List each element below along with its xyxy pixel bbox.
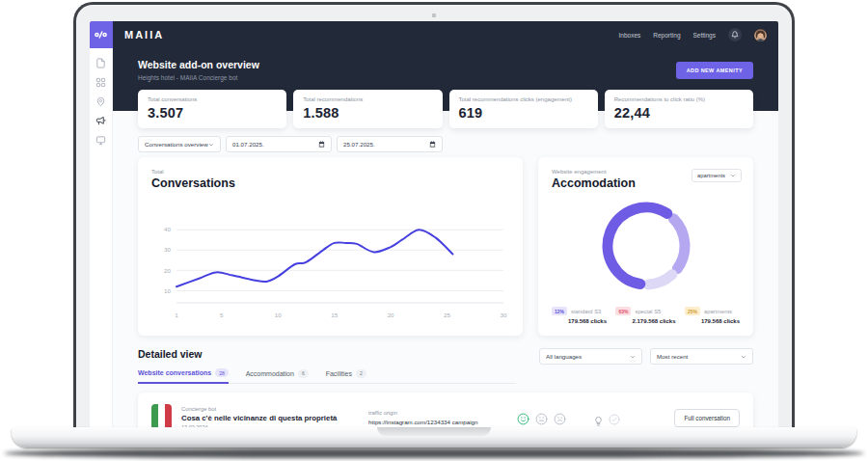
- svg-text:30: 30: [501, 312, 507, 318]
- stats-row: Total conversations 3.507 Total recommen…: [138, 90, 753, 128]
- chevron-down-icon: [630, 354, 636, 360]
- tab-accommodation[interactable]: Accommodation 6: [246, 368, 309, 383]
- line-chart-eyebrow: Total: [151, 169, 509, 175]
- date-to-value: 25.07.2025.: [343, 141, 375, 148]
- language-select[interactable]: All languages: [539, 348, 642, 365]
- stat-value: 1.588: [303, 105, 432, 121]
- nav-item-settings[interactable]: Settings: [693, 32, 717, 39]
- svg-text:15: 15: [331, 312, 338, 318]
- sort-select-value: Most recent: [657, 353, 688, 360]
- legend-pct-badge: 12%: [552, 307, 567, 315]
- sort-select[interactable]: Most recent: [650, 348, 753, 365]
- stat-card-recommendations: Total recommendations 1.588: [293, 90, 442, 128]
- engagement-donut-chart: [596, 196, 696, 296]
- full-conversation-button[interactable]: Full conversation: [674, 409, 740, 427]
- amenity-select[interactable]: apartments: [692, 169, 742, 182]
- stat-card-conversations: Total conversations 3.507: [138, 90, 286, 128]
- language-select-value: All languages: [546, 353, 582, 360]
- chevron-down-icon: [730, 173, 736, 178]
- tab-label: Website conversations: [138, 369, 211, 376]
- stat-value: 619: [459, 105, 588, 121]
- legend-clicks: 2.179.568 clicks: [632, 318, 675, 324]
- add-new-amenity-button[interactable]: ADD NEW AMENITY: [676, 62, 753, 79]
- webcam-icon: [432, 14, 436, 17]
- tab-website-conversations[interactable]: Website conversations 28: [138, 368, 229, 384]
- nav-item-inboxes[interactable]: Inboxes: [619, 32, 641, 39]
- stat-label: Total recommendations: [303, 96, 432, 102]
- tab-count-badge: 6: [298, 369, 309, 378]
- date-from-input[interactable]: 01.07.2025.: [226, 136, 332, 152]
- legend-pct-badge: 63%: [615, 307, 631, 315]
- tab-label: Accommodation: [246, 370, 294, 377]
- sidebar: [90, 21, 113, 439]
- notifications-bell-icon[interactable]: [728, 28, 742, 41]
- lightbulb-icon[interactable]: [593, 413, 604, 423]
- traffic-origin-label: traffic origin: [368, 410, 494, 416]
- brand-logo: MAIIA: [124, 29, 164, 41]
- laptop-shadow: [4, 448, 864, 458]
- svg-text:5: 5: [220, 312, 224, 318]
- legend-label: apartments: [704, 309, 732, 314]
- donut-legend: 12% standard S3 179.568 clicks 63% speci…: [552, 307, 740, 324]
- megaphone-icon[interactable]: [95, 116, 106, 126]
- chevron-down-icon: [741, 354, 746, 360]
- tab-facilities[interactable]: Facilities 2: [326, 368, 366, 383]
- filter-row: Conversations overview 01.07.2025. 25.07…: [138, 136, 753, 152]
- dashboard-grid-icon[interactable]: [95, 77, 106, 88]
- smiley-neutral-icon[interactable]: [535, 412, 548, 424]
- svg-text:10: 10: [275, 312, 282, 318]
- legend-clicks: 179.568 clicks: [701, 318, 740, 324]
- calendar-icon: [429, 141, 436, 148]
- calendar-icon: [318, 141, 325, 148]
- amenity-select-value: apartments: [697, 173, 725, 178]
- legend-clicks: 179.568 clicks: [568, 318, 607, 324]
- page-title: Website add-on overview: [138, 59, 259, 70]
- legend-pct-badge: 25%: [685, 307, 700, 315]
- page-subtitle: Heights hotel - MAIIA Concierge bot: [138, 74, 259, 81]
- stat-label: Total conversations: [148, 96, 277, 102]
- tab-count-badge: 28: [215, 368, 229, 377]
- app-screen: MAIIA Inboxes Reporting Settings Website…: [90, 21, 778, 439]
- app-logo-tile[interactable]: [90, 21, 113, 48]
- laptop-base: [12, 427, 856, 447]
- main-area: MAIIA Inboxes Reporting Settings Website…: [113, 21, 778, 439]
- svg-text:25: 25: [444, 312, 450, 318]
- stat-card-clicks: Total recommendations clicks (engagement…: [449, 90, 598, 128]
- traffic-origin-url: https://instagram.com/1234334 campaign: [368, 419, 494, 425]
- file-icon[interactable]: [95, 58, 106, 68]
- line-chart-title: Conversations: [151, 176, 509, 190]
- charts-row: Total Conversations 40302010151015202530…: [138, 157, 753, 336]
- smiley-happy-icon[interactable]: [517, 412, 529, 424]
- svg-text:20: 20: [164, 267, 171, 274]
- laptop-base-notch: [377, 427, 491, 436]
- svg-text:1: 1: [175, 312, 178, 318]
- overview-select[interactable]: Conversations overview: [138, 136, 221, 152]
- location-pin-icon[interactable]: [95, 96, 106, 107]
- check-circle-icon[interactable]: [609, 412, 620, 423]
- smiley-sad-icon[interactable]: [554, 412, 566, 424]
- maiia-mark-icon: [95, 30, 107, 40]
- conversations-line-chart-card: Total Conversations 40302010151015202530: [138, 157, 523, 336]
- conversation-message: Cosa c'è nelle vicinanze di questa propr…: [181, 414, 343, 422]
- user-avatar[interactable]: [754, 29, 767, 41]
- feedback-icons: [517, 412, 566, 424]
- legend-item: 63% special S5 2.179.568 clicks: [615, 307, 675, 324]
- laptop-mockup: MAIIA Inboxes Reporting Settings Website…: [0, 0, 868, 461]
- svg-text:10: 10: [164, 287, 171, 294]
- content: Total conversations 3.507 Total recommen…: [113, 111, 778, 439]
- topbar: MAIIA Inboxes Reporting Settings: [113, 21, 778, 48]
- stat-label: Recommendations to click ratio (%): [614, 96, 744, 102]
- chat-monitor-icon[interactable]: [95, 135, 106, 146]
- overview-select-value: Conversations overview: [145, 141, 208, 148]
- legend-item: 12% standard S3 179.568 clicks: [552, 307, 607, 324]
- legend-label: special S5: [635, 309, 661, 314]
- stat-label: Total recommendations clicks (engagement…: [459, 96, 588, 102]
- stat-card-ratio: Recommendations to click ratio (%) 22,44: [605, 90, 753, 128]
- date-to-input[interactable]: 25.07.2025.: [337, 136, 443, 152]
- nav-item-reporting[interactable]: Reporting: [653, 32, 680, 39]
- svg-text:30: 30: [164, 246, 171, 253]
- detailed-view-title: Detailed view: [138, 348, 516, 360]
- engagement-donut-card: Website engagement Accomodation apartmen…: [538, 157, 753, 336]
- stat-value: 22,44: [614, 105, 744, 121]
- legend-label: standard S3: [571, 309, 601, 314]
